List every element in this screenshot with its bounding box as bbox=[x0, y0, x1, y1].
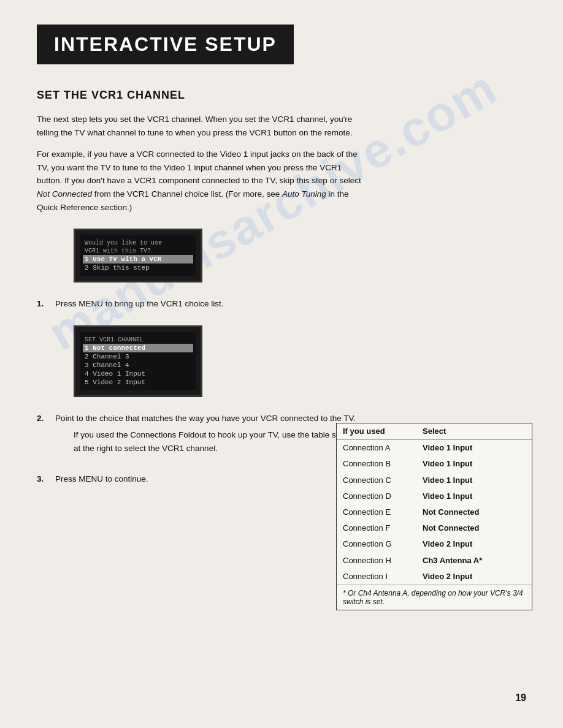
table-cell-e-label: Connection E bbox=[337, 504, 416, 520]
tv-screen-2: SET VCR1 CHANNEL 1 Not connected 2 Chann… bbox=[74, 325, 202, 397]
table-row: Connection E Not Connected bbox=[337, 504, 532, 520]
table-header-row: If you used Select bbox=[337, 423, 532, 440]
tv-row-s2-2: 2 Channel 3 bbox=[83, 352, 193, 361]
tv-row-s1-1: VCR1 with this TV? bbox=[83, 247, 193, 255]
step-2: 2. Point to the choice that matches the … bbox=[37, 412, 362, 464]
table-cell-g-label: Connection G bbox=[337, 536, 416, 552]
tv-row-s2-3: 3 Channel 4 bbox=[83, 361, 193, 370]
table-row: Connection F Not Connected bbox=[337, 520, 532, 536]
page-number: 19 bbox=[515, 692, 526, 703]
table-cell-c-label: Connection C bbox=[337, 472, 416, 488]
table-cell-d-label: Connection D bbox=[337, 488, 416, 504]
table-cell-c-value: Video 1 Input bbox=[416, 472, 532, 488]
step-3: 3. Press MENU to continue. bbox=[37, 472, 362, 486]
table-row: Connection A Video 1 Input bbox=[337, 440, 532, 457]
page-title: INTERACTIVE SETUP bbox=[54, 33, 277, 56]
table-cell-f-label: Connection F bbox=[337, 520, 416, 536]
table-row: Connection B Video 1 Input bbox=[337, 456, 532, 472]
table-cell-h-label: Connection H bbox=[337, 553, 416, 569]
tv-row-s2-0: SET VCR1 CHANNEL bbox=[83, 336, 193, 344]
step-2-num: 2. bbox=[37, 412, 49, 464]
steps-list-2: 2. Point to the choice that matches the … bbox=[37, 412, 362, 485]
table-cell-i-value: Video 2 Input bbox=[416, 569, 532, 585]
steps-list: 1. Press MENU to bring up the VCR1 choic… bbox=[37, 297, 362, 311]
table-cell-f-value: Not Connected bbox=[416, 520, 532, 536]
paragraph-1: The next step lets you set the VCR1 chan… bbox=[37, 113, 362, 139]
tv-row-s1-3: 2 Skip this step bbox=[83, 264, 193, 272]
table-cell-a-label: Connection A bbox=[337, 440, 416, 457]
page-container: INTERACTIVE SETUP manualsarchive.com SET… bbox=[0, 0, 563, 728]
table-row: Connection I Video 2 Input bbox=[337, 569, 532, 585]
tv-row-s1-0: Would you like to use bbox=[83, 239, 193, 247]
paragraph-2: For example, if you have a VCR connected… bbox=[37, 148, 362, 214]
connection-table: If you used Select Connection A Video 1 … bbox=[336, 423, 532, 610]
step-3-text: Press MENU to continue. bbox=[55, 472, 148, 486]
step-1-text: Press MENU to bring up the VCR1 choice l… bbox=[55, 297, 224, 311]
table-cell-d-value: Video 1 Input bbox=[416, 488, 532, 504]
step-2-text: Point to the choice that matches the way… bbox=[55, 412, 362, 425]
table-cell-g-value: Video 2 Input bbox=[416, 536, 532, 552]
table-cell-e-value: Not Connected bbox=[416, 504, 532, 520]
table-row: Connection C Video 1 Input bbox=[337, 472, 532, 488]
italic-auto-tuning: Auto Tuning bbox=[282, 189, 326, 199]
table-row: Connection G Video 2 Input bbox=[337, 536, 532, 552]
table-row: Connection D Video 1 Input bbox=[337, 488, 532, 504]
tv-screen-2-inner: SET VCR1 CHANNEL 1 Not connected 2 Chann… bbox=[80, 332, 196, 390]
tv-screen-1-inner: Would you like to use VCR1 with this TV?… bbox=[80, 235, 196, 276]
step-2-subtext: If you used the Connections Foldout to h… bbox=[74, 428, 362, 455]
header-banner: INTERACTIVE SETUP bbox=[37, 25, 294, 64]
tv-row-s2-5: 5 Video 2 Input bbox=[83, 378, 193, 387]
step-1: 1. Press MENU to bring up the VCR1 choic… bbox=[37, 297, 362, 311]
table-header-col1: If you used bbox=[337, 423, 416, 440]
step-1-num: 1. bbox=[37, 297, 49, 311]
table-cell-i-label: Connection I bbox=[337, 569, 416, 585]
tv-row-s2-4: 4 Video 1 Input bbox=[83, 370, 193, 378]
table-cell-b-label: Connection B bbox=[337, 456, 416, 472]
tv-row-s2-1: 1 Not connected bbox=[83, 344, 193, 352]
table-row: Connection H Ch3 Antenna A* bbox=[337, 553, 532, 569]
table-footer: * Or Ch4 Antenna A, depending on how you… bbox=[337, 585, 532, 610]
step-3-num: 3. bbox=[37, 472, 49, 486]
tv-row-s1-2: 1 Use TV with a VCR bbox=[83, 255, 193, 264]
table-cell-h-value: Ch3 Antenna A* bbox=[416, 553, 532, 569]
tv-screen-1: Would you like to use VCR1 with this TV?… bbox=[74, 229, 202, 282]
step-2-content: Point to the choice that matches the way… bbox=[55, 412, 362, 464]
table-header-col2: Select bbox=[416, 423, 532, 440]
section-title: SET THE VCR1 CHANNEL bbox=[37, 89, 526, 102]
table-cell-b-value: Video 1 Input bbox=[416, 456, 532, 472]
table-cell-a-value: Video 1 Input bbox=[416, 440, 532, 457]
table: If you used Select Connection A Video 1 … bbox=[337, 423, 532, 585]
italic-not-connected: Not Connected bbox=[37, 189, 92, 199]
